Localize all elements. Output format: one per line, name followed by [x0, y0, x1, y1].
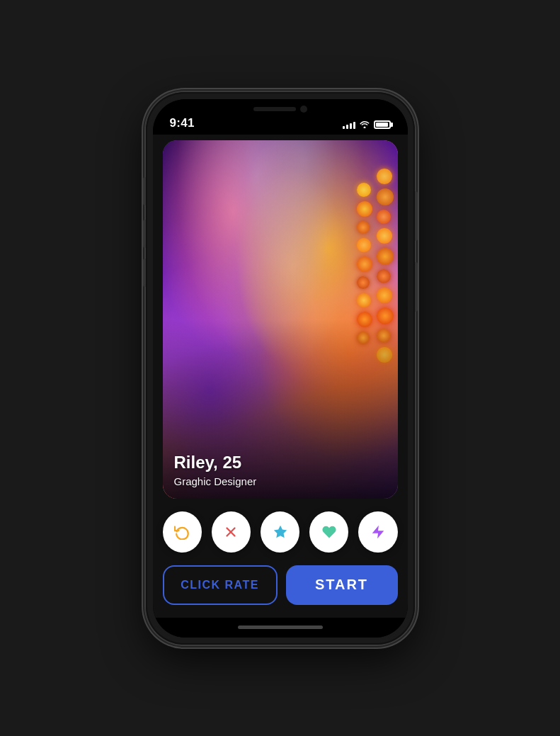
status-time: 9:41 — [170, 116, 195, 130]
phone-frame: 9:41 — [146, 92, 415, 645]
start-button[interactable]: START — [286, 565, 398, 605]
svg-marker-2 — [273, 525, 286, 537]
signal-bars-icon — [343, 120, 355, 129]
superlike-button[interactable] — [261, 511, 299, 553]
action-buttons-row — [163, 509, 398, 555]
bar1 — [343, 126, 345, 129]
profile-info: Riley, 25 Graghic Designer — [174, 453, 257, 487]
rewind-button[interactable] — [163, 511, 202, 553]
bar3 — [350, 123, 352, 129]
speaker — [253, 107, 296, 111]
boost-button[interactable] — [358, 511, 397, 553]
battery-icon — [374, 120, 391, 129]
wifi-icon — [359, 119, 370, 130]
notch — [234, 99, 326, 119]
phone-screen: 9:41 — [153, 99, 408, 638]
dislike-button[interactable] — [212, 511, 251, 553]
camera — [300, 106, 307, 113]
bottom-buttons: CLICK RATE START — [163, 565, 398, 608]
profile-job: Graghic Designer — [174, 475, 257, 487]
home-indicator — [153, 618, 408, 638]
profile-photo: Riley, 25 Graghic Designer — [163, 140, 398, 499]
status-bar: 9:41 — [153, 99, 408, 135]
profile-card[interactable]: Riley, 25 Graghic Designer — [163, 140, 398, 499]
click-rate-button[interactable]: CLICK RATE — [163, 565, 278, 605]
bar2 — [346, 125, 348, 129]
like-button[interactable] — [309, 511, 348, 553]
status-icons — [343, 119, 391, 130]
svg-marker-3 — [372, 525, 384, 538]
home-bar — [238, 625, 323, 629]
profile-name: Riley, 25 — [174, 453, 257, 472]
main-content: Riley, 25 Graghic Designer — [153, 135, 408, 618]
bar4 — [353, 122, 355, 129]
